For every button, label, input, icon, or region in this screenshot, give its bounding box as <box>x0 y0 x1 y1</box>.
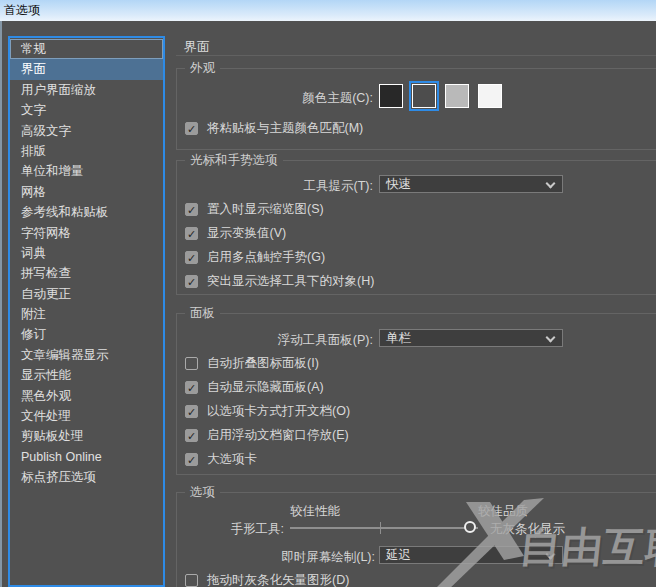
sidebar-item[interactable]: 界面 <box>10 59 163 79</box>
check-icon: ✓ <box>187 252 196 264</box>
hand-tool-label: 手形工具: <box>177 521 284 538</box>
options-legend: 选项 <box>185 485 220 500</box>
checkbox-label: 自动折叠图标面板(I) <box>207 356 319 370</box>
chevron-down-icon <box>546 550 556 560</box>
checkbox-label: 拖动时灰条化矢量图形(D) <box>207 573 349 587</box>
checkbox-highlight-object[interactable]: ✓突出显示选择工具下的对象(H) <box>185 273 374 287</box>
checkbox-large-tabs[interactable]: ✓大选项卡 <box>185 451 257 465</box>
check-icon: ✓ <box>187 123 196 135</box>
sidebar-item[interactable]: 单位和增量 <box>10 161 163 181</box>
sidebar-item[interactable]: 常规 <box>10 39 163 59</box>
check-icon: ✓ <box>187 575 196 587</box>
theme-swatch-lightest[interactable] <box>478 84 502 108</box>
no-greeking-label: 无灰条化显示 <box>490 521 565 538</box>
checkbox-label: 显示变换值(V) <box>207 226 286 240</box>
page-title: 界面 <box>184 38 210 56</box>
sidebar-item[interactable]: 网格 <box>10 182 163 202</box>
checkbox-box[interactable]: ✓ <box>185 203 198 216</box>
check-icon: ✓ <box>187 276 196 288</box>
check-icon: ✓ <box>187 204 196 216</box>
check-icon: ✓ <box>187 406 196 418</box>
sidebar-item[interactable]: 文件处理 <box>10 406 163 426</box>
check-icon: ✓ <box>187 454 196 466</box>
checkbox-box[interactable]: ✓ <box>185 275 198 288</box>
sidebar-item[interactable]: 高级文字 <box>10 121 163 141</box>
sidebar-item[interactable]: 黑色外观 <box>10 386 163 406</box>
checkbox-open-docs-as-tabs[interactable]: ✓以选项卡方式打开文档(O) <box>185 403 350 417</box>
sidebar-item[interactable]: Publish Online <box>10 447 163 467</box>
sidebar-item[interactable]: 自动更正 <box>10 284 163 304</box>
checkbox-box[interactable]: ✓ <box>185 429 198 442</box>
live-screen-drawing-value: 延迟 <box>386 548 411 562</box>
floating-tools-dropdown[interactable]: 单栏 <box>379 329 563 347</box>
checkbox-enable-floating-window-docking[interactable]: ✓启用浮动文档窗口停放(E) <box>185 427 349 441</box>
check-icon: ✓ <box>187 228 196 240</box>
checkbox-auto-show-hidden-panels[interactable]: ✓自动显示隐藏面板(A) <box>185 379 324 393</box>
sidebar-item[interactable]: 文章编辑器显示 <box>10 345 163 365</box>
preferences-dialog: { "window": { "title": "首选项" }, "sidebar… <box>0 0 656 587</box>
sidebar-item[interactable]: 排版 <box>10 141 163 161</box>
tooltips-dropdown[interactable]: 快速 <box>379 175 563 193</box>
slider-thumb[interactable] <box>464 521 476 533</box>
checkbox-box[interactable]: ✓ <box>185 453 198 466</box>
checkbox-label: 自动显示隐藏面板(A) <box>207 380 324 394</box>
sidebar-item[interactable]: 词典 <box>10 243 163 263</box>
sidebar-item[interactable]: 字符网格 <box>10 223 163 243</box>
theme-swatch-darkest[interactable] <box>379 84 403 108</box>
window-left-border <box>0 21 2 587</box>
checkbox-match-pasteboard[interactable]: ✓将粘贴板与主题颜色匹配(M) <box>185 120 363 134</box>
checkbox-show-transform-values[interactable]: ✓显示变换值(V) <box>185 225 286 239</box>
tooltips-value: 快速 <box>386 177 411 191</box>
better-performance-label: 较佳性能 <box>290 503 340 520</box>
checkbox-label: 将粘贴板与主题颜色匹配(M) <box>207 121 363 135</box>
window-title: 首选项 <box>4 3 40 17</box>
checkbox-label: 启用多点触控手势(G) <box>207 250 325 264</box>
checkbox-box[interactable]: ✓ <box>185 381 198 394</box>
checkbox-box[interactable]: ✓ <box>185 405 198 418</box>
appearance-group: 外观 颜色主题(C): ✓将粘贴板与主题颜色匹配(M) <box>176 68 656 150</box>
options-group: 选项 较佳性能 较佳品质 手形工具: 无灰条化显示 即时屏幕绘制(L): 延迟 … <box>176 492 656 587</box>
sidebar-item[interactable]: 文字 <box>10 100 163 120</box>
color-theme-label: 颜色主题(C): <box>177 90 373 107</box>
checkbox-label: 大选项卡 <box>207 452 257 466</box>
chevron-down-icon <box>546 333 556 343</box>
theme-swatch-light-gray[interactable] <box>445 84 469 108</box>
checkbox-label: 启用浮动文档窗口停放(E) <box>207 428 349 442</box>
cursor-gesture-group: 光标和手势选项 工具提示(T): 快速 ✓置入时显示缩览图(S) ✓显示变换值(… <box>176 160 656 295</box>
sidebar-item[interactable]: 剪贴板处理 <box>10 426 163 446</box>
window-titlebar[interactable]: 首选项 <box>0 0 656 21</box>
sidebar-list: 常规界面用户界面缩放文字高级文字排版单位和增量网格参考线和粘贴板字符网格词典拼写… <box>8 36 165 587</box>
color-theme-swatches <box>379 84 511 108</box>
sidebar-item[interactable]: 修订 <box>10 324 163 344</box>
checkbox-show-thumbnails[interactable]: ✓置入时显示缩览图(S) <box>185 201 324 215</box>
sidebar-item[interactable]: 标点挤压选项 <box>10 467 163 487</box>
checkbox-box[interactable]: ✓ <box>185 251 198 264</box>
sidebar-item[interactable]: 附注 <box>10 304 163 324</box>
title-divider <box>176 55 656 56</box>
checkbox-box[interactable]: ✓ <box>185 227 198 240</box>
checkbox-label: 以选项卡方式打开文档(O) <box>207 404 350 418</box>
slider-midpoint-tick <box>380 522 381 534</box>
slider-track[interactable] <box>290 527 478 529</box>
checkbox-box[interactable]: ✓ <box>185 122 198 135</box>
checkbox-box[interactable]: ✓ <box>185 574 198 587</box>
sidebar-item[interactable]: 显示性能 <box>10 365 163 385</box>
check-icon: ✓ <box>187 430 196 442</box>
hand-tool-slider[interactable] <box>290 521 480 535</box>
tooltips-label: 工具提示(T): <box>177 178 373 195</box>
checkbox-multitouch-gestures[interactable]: ✓启用多点触控手势(G) <box>185 249 325 263</box>
sidebar-item[interactable]: 用户界面缩放 <box>10 80 163 100</box>
checkbox-box[interactable]: ✓ <box>185 357 198 370</box>
live-screen-drawing-label: 即时屏幕绘制(L): <box>177 549 375 566</box>
floating-tools-label: 浮动工具面板(P): <box>177 332 373 349</box>
checkbox-label: 置入时显示缩览图(S) <box>207 202 324 216</box>
live-screen-drawing-dropdown[interactable]: 延迟 <box>379 546 563 564</box>
checkbox-label: 突出显示选择工具下的对象(H) <box>207 274 374 288</box>
cursor-gesture-legend: 光标和手势选项 <box>185 153 283 168</box>
sidebar-item[interactable]: 拼写检查 <box>10 263 163 283</box>
better-quality-label: 较佳品质 <box>478 503 528 520</box>
checkbox-greek-vector-graphics[interactable]: ✓拖动时灰条化矢量图形(D) <box>185 572 349 586</box>
sidebar-item[interactable]: 参考线和粘贴板 <box>10 202 163 222</box>
checkbox-auto-collapse-panels[interactable]: ✓自动折叠图标面板(I) <box>185 355 319 369</box>
theme-swatch-dark-gray[interactable] <box>412 84 436 108</box>
